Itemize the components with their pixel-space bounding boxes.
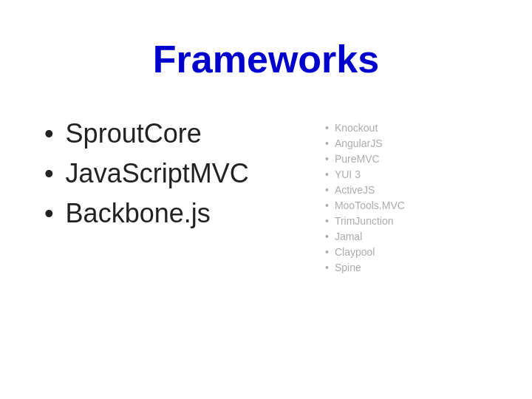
list-item: Claypool xyxy=(325,246,488,258)
list-item: YUI 3 xyxy=(325,168,488,180)
list-item-label: ActiveJS xyxy=(335,184,375,196)
list-item: Spine xyxy=(325,262,488,273)
list-item-label: TrimJunction xyxy=(335,215,394,227)
slide-title: Frameworks xyxy=(44,37,488,81)
list-item-label: Jamal xyxy=(335,231,362,242)
secondary-list: Knockout AngularJS PureMVC YUI 3 ActiveJ… xyxy=(325,122,488,273)
list-item: JavaScriptMVC xyxy=(44,158,325,189)
list-item: Backbone.js xyxy=(44,198,325,229)
list-item-label: PureMVC xyxy=(335,153,380,165)
list-item-label: MooTools.MVC xyxy=(335,200,405,211)
list-item: SproutCore xyxy=(44,118,325,149)
list-item: TrimJunction xyxy=(325,215,488,227)
list-item: PureMVC xyxy=(325,153,488,165)
list-item-label: Claypool xyxy=(335,246,375,258)
list-item: Jamal xyxy=(325,231,488,242)
list-item: Knockout xyxy=(325,122,488,134)
list-item-label: Backbone.js xyxy=(66,198,211,229)
list-item: ActiveJS xyxy=(325,184,488,196)
main-list: SproutCore JavaScriptMVC Backbone.js xyxy=(44,118,325,238)
list-item-label: JavaScriptMVC xyxy=(66,158,249,189)
content-area: SproutCore JavaScriptMVC Backbone.js Kno… xyxy=(44,118,488,369)
list-item: MooTools.MVC xyxy=(325,200,488,211)
list-item-label: Spine xyxy=(335,262,361,273)
list-item: AngularJS xyxy=(325,137,488,149)
slide: Frameworks SproutCore JavaScriptMVC Back… xyxy=(0,0,532,399)
secondary-list-container: Knockout AngularJS PureMVC YUI 3 ActiveJ… xyxy=(325,118,488,277)
list-item-label: YUI 3 xyxy=(335,168,361,180)
list-item-label: AngularJS xyxy=(335,137,383,149)
list-item-label: SproutCore xyxy=(66,118,202,149)
list-item-label: Knockout xyxy=(335,122,378,134)
